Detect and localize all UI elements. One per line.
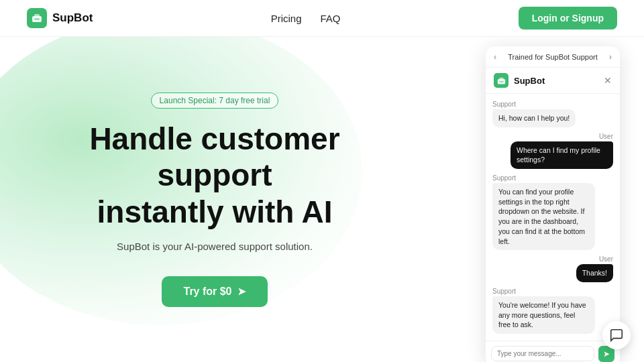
message-1: Support Hi, how can I help you!: [492, 101, 613, 127]
nav-links: Pricing FAQ: [271, 13, 341, 24]
hero-content: Launch Special: 7 day free trial Handle …: [0, 93, 429, 307]
svg-point-8: [500, 80, 502, 82]
bubble-4: Thanks!: [576, 264, 613, 282]
login-button[interactable]: Login or Signup: [519, 7, 617, 29]
chat-nav-title: Trained for SupBot Support: [508, 53, 598, 61]
chat-header: SupBot ✕: [486, 68, 620, 94]
logo-text: SupBot: [52, 11, 93, 25]
bubble-2: Where can I find my profile settings?: [511, 141, 613, 169]
svg-rect-6: [499, 77, 504, 80]
nav-faq[interactable]: FAQ: [320, 13, 340, 24]
svg-point-4: [38, 19, 40, 20]
arrow-icon: ➤: [237, 286, 246, 298]
chat-input-area: ➤: [486, 341, 620, 362]
nav-right: Login or Signup: [519, 7, 617, 29]
logo[interactable]: SupBot: [27, 8, 93, 28]
svg-point-7: [499, 80, 500, 82]
svg-point-3: [36, 19, 38, 20]
bubble-5: You're welcome! If you have any more que…: [492, 296, 595, 334]
logo-icon: [27, 8, 47, 28]
chat-nav: ‹ Trained for SupBot Support ›: [486, 46, 620, 68]
nav-pricing[interactable]: Pricing: [271, 13, 302, 24]
message-2: User Where can I find my profile setting…: [492, 133, 613, 169]
msg-label-4: User: [599, 255, 613, 263]
svg-rect-1: [34, 14, 40, 17]
chat-next-icon[interactable]: ›: [609, 52, 612, 62]
chat-widget: ‹ Trained for SupBot Support › SupBot ✕ …: [486, 46, 620, 362]
msg-label-1: Support: [492, 101, 516, 108]
hero-section: Launch Special: 7 day free trial Handle …: [0, 37, 644, 362]
svg-point-9: [502, 80, 503, 82]
cta-button[interactable]: Try for $0 ➤: [162, 276, 267, 307]
svg-point-2: [35, 19, 36, 20]
chat-prev-icon[interactable]: ‹: [494, 52, 496, 62]
message-3: Support You can find your profile settin…: [492, 174, 613, 250]
send-icon: ➤: [603, 349, 610, 359]
bubble-1: Hi, how can I help you!: [492, 109, 576, 127]
launch-badge: Launch Special: 7 day free trial: [151, 93, 279, 109]
message-4: User Thanks!: [492, 255, 613, 282]
hero-subtitle: SupBot is your AI-powered support soluti…: [117, 241, 313, 252]
chat-body: Support Hi, how can I help you! User Whe…: [486, 94, 620, 341]
hero-title: Handle customer support instantly with A…: [40, 121, 389, 230]
bubble-3: You can find your profile settings in th…: [492, 183, 595, 250]
chat-input[interactable]: [491, 346, 594, 361]
chat-float-button[interactable]: [602, 321, 631, 349]
chat-close-icon[interactable]: ✕: [604, 75, 612, 86]
message-5: Support You're welcome! If you have any …: [492, 288, 613, 334]
navbar: SupBot Pricing FAQ Login or Signup: [0, 0, 644, 37]
msg-label-5: Support: [492, 288, 516, 295]
msg-label-3: Support: [492, 174, 516, 182]
chat-bot-name: SupBot: [514, 76, 545, 86]
msg-label-2: User: [599, 133, 613, 140]
chat-bot-icon: [494, 73, 508, 88]
